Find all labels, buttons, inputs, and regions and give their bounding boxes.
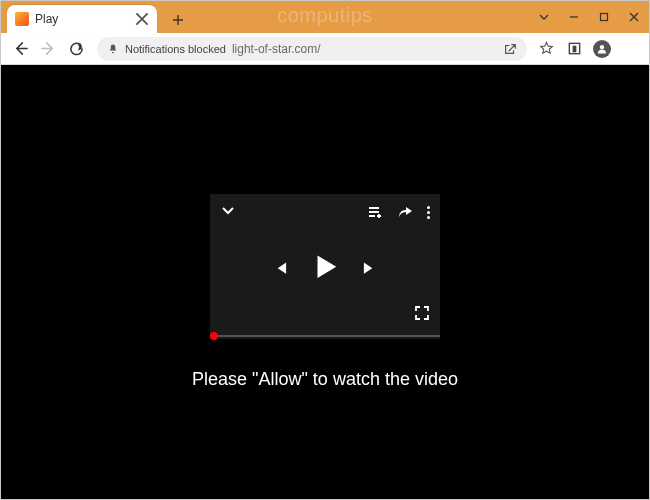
window-controls (529, 1, 649, 33)
notification-status-label: Notifications blocked (125, 43, 226, 55)
tab-strip: Play (7, 1, 191, 33)
player-top-bar (210, 202, 440, 222)
window-minimize-button[interactable] (559, 1, 589, 33)
tab-title: Play (35, 12, 135, 26)
play-icon (310, 251, 340, 281)
bookmark-button[interactable] (535, 38, 557, 60)
video-player[interactable] (210, 194, 440, 339)
play-button[interactable] (310, 251, 340, 285)
share-arrow-icon[interactable] (397, 204, 413, 220)
share-url-icon[interactable] (503, 42, 517, 56)
instruction-text: Please "Allow" to watch the video (192, 369, 458, 390)
plus-icon (172, 14, 184, 26)
svg-rect-0 (601, 14, 608, 21)
bell-blocked-icon (107, 43, 119, 55)
kebab-icon[interactable] (427, 206, 430, 219)
star-icon (539, 41, 554, 56)
forward-button[interactable] (35, 36, 61, 62)
minimize-icon (569, 12, 579, 22)
menu-button[interactable] (619, 38, 641, 60)
progress-handle[interactable] (210, 332, 218, 340)
chevron-down-icon (539, 12, 549, 22)
window-titlebar: computips Play (1, 1, 649, 33)
extensions-button[interactable] (563, 38, 585, 60)
chevron-down-icon[interactable] (220, 202, 236, 218)
address-bar[interactable]: Notifications blocked light-of-star.com/ (97, 37, 527, 61)
arrow-left-icon (13, 41, 28, 56)
fullscreen-icon[interactable] (414, 305, 430, 321)
new-tab-button[interactable] (165, 7, 191, 33)
reload-icon (69, 41, 84, 56)
browser-toolbar: Notifications blocked light-of-star.com/ (1, 33, 649, 65)
arrow-right-icon (41, 41, 56, 56)
progress-bar[interactable] (210, 335, 440, 337)
player-bottom-bar (414, 305, 430, 325)
page-viewport: Please "Allow" to watch the video (1, 65, 649, 499)
tab-close-button[interactable] (135, 12, 149, 26)
skip-previous-icon[interactable] (273, 261, 288, 276)
profile-button[interactable] (591, 38, 613, 60)
maximize-icon (599, 12, 609, 22)
player-center-controls (273, 251, 377, 285)
url-text: light-of-star.com/ (232, 42, 497, 56)
close-icon (629, 12, 639, 22)
window-dropdown-button[interactable] (529, 1, 559, 33)
tab-favicon-icon (15, 12, 29, 26)
window-maximize-button[interactable] (589, 1, 619, 33)
svg-point-4 (600, 45, 604, 49)
toolbar-right-icons (535, 38, 643, 60)
avatar-icon (593, 40, 611, 58)
skip-next-icon[interactable] (362, 261, 377, 276)
watermark-text: computips (277, 4, 373, 27)
close-icon (135, 12, 149, 26)
browser-tab[interactable]: Play (7, 5, 157, 33)
svg-rect-3 (572, 46, 576, 53)
reload-button[interactable] (63, 36, 89, 62)
window-close-button[interactable] (619, 1, 649, 33)
extensions-icon (567, 41, 582, 56)
back-button[interactable] (7, 36, 33, 62)
kebab-icon (629, 42, 632, 55)
playlist-add-icon[interactable] (367, 204, 383, 220)
